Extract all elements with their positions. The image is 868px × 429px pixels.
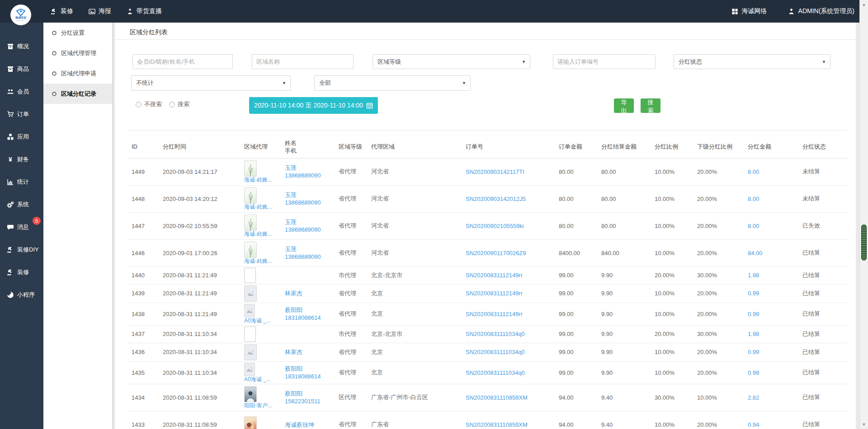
- dividend-amount-link[interactable]: 1.98: [748, 331, 759, 337]
- order-no-input[interactable]: [553, 54, 656, 69]
- dividend-amount-link[interactable]: 0.99: [748, 349, 759, 355]
- order-no-link[interactable]: SN20200831111034q0: [466, 369, 525, 376]
- agent-avatar[interactable]: [244, 160, 257, 177]
- order-no-link[interactable]: SN20200902105559ki: [466, 223, 524, 229]
- dividend-amount-link[interactable]: 8.00: [748, 223, 759, 229]
- order-no-link[interactable]: SN20200831111034q0: [466, 331, 525, 337]
- sidebar-item-6[interactable]: 统计: [0, 171, 43, 193]
- member-phone-link[interactable]: 13868689090: [285, 226, 331, 233]
- region-name-input[interactable]: [252, 54, 354, 69]
- agent-avatar[interactable]: [244, 386, 257, 402]
- dividend-amount-link[interactable]: 0.99: [748, 290, 759, 297]
- order-no-link[interactable]: SN20200903142117TI: [466, 168, 524, 175]
- order-no-link[interactable]: SN20200831111034q0: [466, 349, 525, 355]
- sidebar-item-10[interactable]: 装修: [0, 261, 43, 284]
- radio-search[interactable]: 搜索: [169, 100, 189, 108]
- sidebar-item-9[interactable]: 装修DIY: [0, 238, 43, 261]
- agent-nickname-link[interactable]: A0海诚 _...: [244, 376, 271, 383]
- sidebar-item-3[interactable]: 订单: [0, 103, 43, 126]
- dividend-amount-link[interactable]: 0.99: [748, 311, 759, 317]
- sidebar-item-2[interactable]: 会员: [0, 80, 43, 103]
- member-name-link[interactable]: 蔡阳阳: [285, 306, 331, 314]
- table-row: 14472020-09-02 10:55:59海诚-此账...玉莲1386868…: [128, 212, 848, 239]
- search-button[interactable]: 搜索: [641, 98, 660, 113]
- agent-avatar[interactable]: [244, 416, 257, 429]
- submenu-item-3[interactable]: 区域分红记录: [43, 84, 112, 104]
- top-menu-item-2[interactable]: 带货直播: [127, 7, 162, 15]
- member-phone-link[interactable]: 13868689090: [285, 199, 331, 206]
- agent-avatar[interactable]: [244, 304, 255, 317]
- agent-avatar[interactable]: [244, 326, 256, 342]
- member-name-link[interactable]: 林家杰: [285, 289, 331, 297]
- sidebar-item-7[interactable]: 系统: [0, 193, 43, 216]
- radio-no-search[interactable]: 不搜索: [136, 100, 162, 108]
- dividend-amount-link[interactable]: 0.99: [748, 369, 759, 376]
- agent-avatar[interactable]: [244, 242, 257, 258]
- submenu-item-0[interactable]: 分红设置: [43, 23, 112, 43]
- member-name-link[interactable]: 蔡阳阳: [285, 390, 331, 397]
- member-name-link[interactable]: 林家杰: [285, 348, 331, 356]
- agent-nickname-link[interactable]: 阳阳-客户...: [244, 402, 272, 409]
- member-search-input[interactable]: [132, 54, 233, 69]
- submenu-item-2[interactable]: 区域代理申请: [43, 63, 112, 84]
- stat-mode-select[interactable]: 不统计 ▼: [131, 75, 291, 91]
- top-right-item-1[interactable]: ADMIN(系统管理员): [788, 7, 854, 15]
- dividend-amount-link[interactable]: 2.82: [748, 394, 759, 401]
- member-name-link[interactable]: 玉莲: [285, 191, 331, 199]
- member-name-link[interactable]: 玉莲: [285, 164, 331, 172]
- member-name-link[interactable]: 玉莲: [285, 245, 331, 253]
- member-phone-link[interactable]: 15622301511: [285, 397, 331, 405]
- all-select[interactable]: 全部 ▼: [314, 75, 471, 91]
- agent-nickname-link[interactable]: 海诚-此账...: [244, 204, 272, 210]
- agent-nickname-link[interactable]: 海诚-此账...: [244, 231, 272, 238]
- top-right-item-0[interactable]: 海诚网络: [731, 7, 767, 15]
- dividend-amount-link[interactable]: 84.00: [748, 250, 763, 256]
- agent-nickname-link[interactable]: A0海诚 _...: [244, 317, 271, 324]
- agent-avatar[interactable]: [244, 285, 257, 302]
- export-button[interactable]: 导出: [614, 98, 634, 113]
- top-menu-item-0[interactable]: 装修: [51, 7, 73, 15]
- member-name-link[interactable]: 蔡阳阳: [285, 365, 331, 373]
- sidebar-item-8[interactable]: 消息5: [0, 216, 43, 238]
- dividend-amount-link[interactable]: 0.94: [748, 421, 759, 428]
- member-name-link[interactable]: 玉莲: [285, 218, 331, 226]
- agent-nickname-link[interactable]: 海诚-此账...: [244, 177, 272, 183]
- scrollbar-thumb[interactable]: [861, 224, 867, 261]
- brand-logo[interactable]: 海诚世纪 NETHC: [10, 5, 31, 25]
- member-phone-link[interactable]: 18318088614: [285, 314, 331, 322]
- order-no-link[interactable]: SN20200901170026Z9: [466, 250, 526, 256]
- member-phone-link[interactable]: 18318088614: [285, 373, 331, 380]
- agent-avatar[interactable]: [244, 268, 256, 283]
- sidebar-item-1[interactable]: 商品: [0, 58, 43, 80]
- submenu-item-1[interactable]: 区域代理管理: [43, 43, 112, 63]
- sidebar-item-0[interactable]: 概况: [0, 35, 43, 58]
- date-range-button[interactable]: 2020-11-10 14:00 至 2020-11-10 14:00: [249, 97, 378, 114]
- sidebar-item-11[interactable]: 小程序: [0, 284, 43, 306]
- agent-avatar[interactable]: [244, 344, 257, 360]
- region-level-select[interactable]: 区域等级 ▼: [373, 54, 530, 69]
- member-phone-link[interactable]: 13868689090: [285, 253, 331, 261]
- top-menu-item-1[interactable]: 海报: [89, 7, 111, 15]
- order-no-link[interactable]: SN20200831112149rr: [466, 311, 523, 317]
- dividend-status-select[interactable]: 分红状态 ▼: [674, 54, 830, 69]
- dividend-amount-link[interactable]: 8.00: [748, 196, 759, 202]
- member-name-link[interactable]: 海诚蔡徐坤: [285, 421, 331, 429]
- order-no-link[interactable]: SN20200831112149rr: [466, 290, 523, 297]
- member-phone-link[interactable]: 13868689090: [285, 172, 331, 179]
- agent-avatar[interactable]: [244, 214, 257, 231]
- order-no-link[interactable]: SN20200831110859XM: [466, 421, 528, 428]
- order-no-link[interactable]: SN20200903142012J5: [466, 196, 526, 202]
- cell-sub-ratio: 20.00%: [693, 343, 744, 361]
- agent-nickname-link[interactable]: 海诚-此账...: [244, 258, 272, 265]
- scrollbar-down-icon[interactable]: ▼: [860, 421, 868, 428]
- agent-avatar[interactable]: [244, 363, 255, 376]
- sidebar-item-5[interactable]: ¥财务: [0, 148, 43, 171]
- order-no-link[interactable]: SN20200831110859XM: [466, 394, 528, 401]
- scrollbar-up-icon[interactable]: ▲: [860, 1, 868, 8]
- order-no-link[interactable]: SN20200831112149rr: [466, 272, 523, 279]
- dividend-amount-link[interactable]: 1.98: [748, 272, 759, 279]
- sidebar-item-4[interactable]: 应用: [0, 126, 43, 148]
- agent-avatar[interactable]: [244, 187, 257, 204]
- page-scrollbar[interactable]: ▲ ▼: [859, 0, 868, 429]
- dividend-amount-link[interactable]: 8.00: [748, 168, 759, 175]
